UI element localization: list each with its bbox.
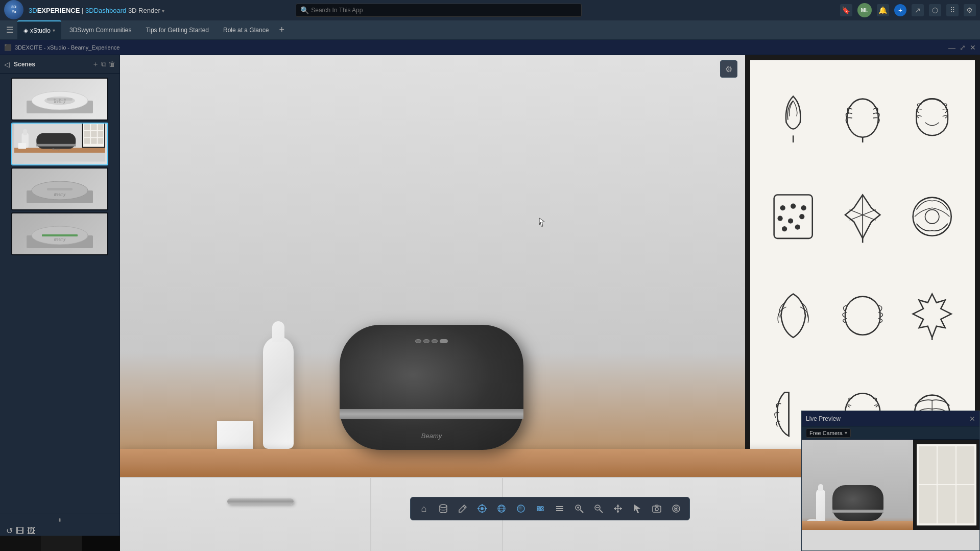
copy-scene-icon[interactable]: ⧉ xyxy=(101,60,106,69)
add-tab-button[interactable]: + xyxy=(277,22,286,37)
svg-point-46 xyxy=(799,214,804,219)
art-cell-4 xyxy=(760,170,826,265)
scenes-list: Beamy xyxy=(0,74,119,514)
network-icon[interactable]: ⬡ xyxy=(929,4,941,16)
tab-xstudio[interactable]: ◈ xStudio ▾ xyxy=(17,20,61,40)
window-controls: — ⤢ ✕ xyxy=(948,43,976,52)
toolbar-render-button[interactable] xyxy=(667,499,685,518)
svg-point-45 xyxy=(788,219,793,224)
svg-text:Beamy: Beamy xyxy=(54,193,65,197)
scene-thumbnail-1[interactable]: Beamy xyxy=(11,78,108,121)
app-title: 3DEXPERIENCE | 3DDashboard 3D Render ▾ xyxy=(29,7,164,14)
sidebar-scroll-control: ⬍ xyxy=(2,516,117,524)
lp-art-cell-2 xyxy=(938,446,955,485)
reload-icon[interactable]: ↺ xyxy=(6,526,13,536)
xstudio-tab-icon: ◈ xyxy=(23,27,28,34)
free-camera-dropdown[interactable]: Free Camera ▾ xyxy=(806,428,851,438)
navbar: ☰ ◈ xStudio ▾ 3DSwym Communities Tips fo… xyxy=(0,20,980,40)
svg-point-96 xyxy=(675,508,677,510)
svg-text:Beamy: Beamy xyxy=(54,237,65,242)
svg-rect-12 xyxy=(23,129,27,135)
svg-line-58 xyxy=(463,506,465,508)
cabinet-divider-1 xyxy=(370,478,371,551)
live-preview-camera-row: Free Camera ▾ xyxy=(802,426,979,440)
toolbar-zoom-button[interactable] xyxy=(589,499,608,518)
scene-thumbnail-2[interactable]: Beamy xyxy=(11,123,108,165)
close-button[interactable]: ✕ xyxy=(970,43,976,52)
hamburger-menu[interactable]: ☰ xyxy=(4,23,15,37)
toolbar-home-button[interactable]: ⌂ xyxy=(415,499,433,518)
live-preview-panel: Live Preview ✕ Free Camera ▾ xyxy=(801,411,980,551)
viewport[interactable]: Beamy ⚙ ⌂ xyxy=(120,55,980,551)
art-cell-2 xyxy=(830,70,895,165)
main-layout: ◁ Scenes ＋ ⧉ 🗑 Beamy xyxy=(0,55,980,551)
sidebar-collapse-icon[interactable]: ◁ xyxy=(4,60,10,68)
dropdown-arrow-icon[interactable]: ▾ xyxy=(162,8,164,14)
scroll-arrows-icon[interactable]: ⬍ xyxy=(58,517,62,523)
svg-rect-13 xyxy=(18,143,26,149)
art-cell-8 xyxy=(830,268,895,363)
toolbar-transform-button[interactable] xyxy=(473,499,491,518)
lp-art-cell-1 xyxy=(919,446,937,485)
lp-art-grid xyxy=(917,444,976,525)
toolbar-screenshot-button[interactable] xyxy=(648,499,666,518)
art-cell-3 xyxy=(899,70,965,165)
notification-icon[interactable]: 🔔 xyxy=(877,4,889,16)
tab-3dswym[interactable]: 3DSwym Communities xyxy=(63,20,137,40)
minimize-button[interactable]: — xyxy=(948,43,955,52)
speaker-btn-3 xyxy=(432,339,438,343)
svg-point-57 xyxy=(440,505,447,508)
maximize-button[interactable]: ⤢ xyxy=(960,43,966,52)
svg-rect-23 xyxy=(91,131,97,137)
search-bar[interactable]: 🔍 xyxy=(296,4,582,17)
art-cell-1 xyxy=(760,70,826,165)
app-logo-circle: 3DY₈ xyxy=(4,0,23,19)
toolbar-ring-button[interactable] xyxy=(531,499,549,518)
live-preview-header: Live Preview ✕ xyxy=(802,411,979,426)
tab-role-label: Role at a Glance xyxy=(223,27,269,34)
bottom-strip xyxy=(0,536,120,551)
search-input[interactable] xyxy=(311,7,577,14)
share-icon[interactable]: ↗ xyxy=(912,4,924,16)
window-app-icon: ⬛ xyxy=(4,44,12,51)
live-preview-close-button[interactable]: ✕ xyxy=(969,415,975,423)
toolbar-layers-button[interactable] xyxy=(551,499,569,518)
user-avatar[interactable]: ML xyxy=(857,3,872,17)
speaker-btn-1 xyxy=(415,339,421,343)
tab-tips[interactable]: Tips for Getting Started xyxy=(139,20,215,40)
toolbar-database-button[interactable] xyxy=(434,499,452,518)
add-scene-icon[interactable]: ＋ xyxy=(92,60,99,69)
toolbar-sphere-button[interactable] xyxy=(512,499,530,518)
speaker-btn-4 xyxy=(440,339,448,343)
sidebar-header-icons: ＋ ⧉ 🗑 xyxy=(92,60,115,69)
scene-thumbnail-3[interactable]: Beamy xyxy=(11,167,108,210)
viewport-settings-button[interactable]: ⚙ xyxy=(720,60,737,78)
delete-scene-icon[interactable]: 🗑 xyxy=(108,60,115,69)
window-titlebar: ⬛ 3DEXCITE - xStudio - Beamy_Experience … xyxy=(0,40,980,55)
svg-rect-14 xyxy=(36,133,76,149)
toolbar-search-plus-button[interactable] xyxy=(570,499,588,518)
bottom-box-2 xyxy=(41,536,82,551)
lp-art-cell-3 xyxy=(957,446,974,485)
top-bar: 3DY₈ 3DEXPERIENCE | 3DDashboard 3D Rende… xyxy=(0,0,980,20)
add-icon[interactable]: + xyxy=(894,4,906,16)
toolbar-pan-button[interactable] xyxy=(609,499,627,518)
settings-icon[interactable]: ⚙ xyxy=(964,4,976,16)
toolbar-globe-button[interactable] xyxy=(492,499,511,518)
toolbar-edit-button[interactable] xyxy=(453,499,472,518)
tab-role[interactable]: Role at a Glance xyxy=(217,20,275,40)
search-icon: 🔍 xyxy=(300,6,309,14)
xstudio-tab-arrow-icon[interactable]: ▾ xyxy=(53,28,55,33)
svg-point-5 xyxy=(54,99,56,101)
toolbar-cursor-button[interactable] xyxy=(628,499,647,518)
apps-icon[interactable]: ⠿ xyxy=(946,4,959,16)
svg-point-60 xyxy=(481,507,484,510)
sidebar: ◁ Scenes ＋ ⧉ 🗑 Beamy xyxy=(0,55,120,551)
image-icon[interactable]: 🖼 xyxy=(27,526,35,536)
svg-point-92 xyxy=(655,508,658,511)
scene-thumbnail-4[interactable]: Beamy xyxy=(11,212,108,255)
bookmark-icon[interactable]: 🔖 xyxy=(840,4,852,16)
camera-settings-icon[interactable]: 🎞 xyxy=(16,526,24,536)
svg-point-41 xyxy=(780,205,785,210)
svg-point-47 xyxy=(782,226,787,231)
